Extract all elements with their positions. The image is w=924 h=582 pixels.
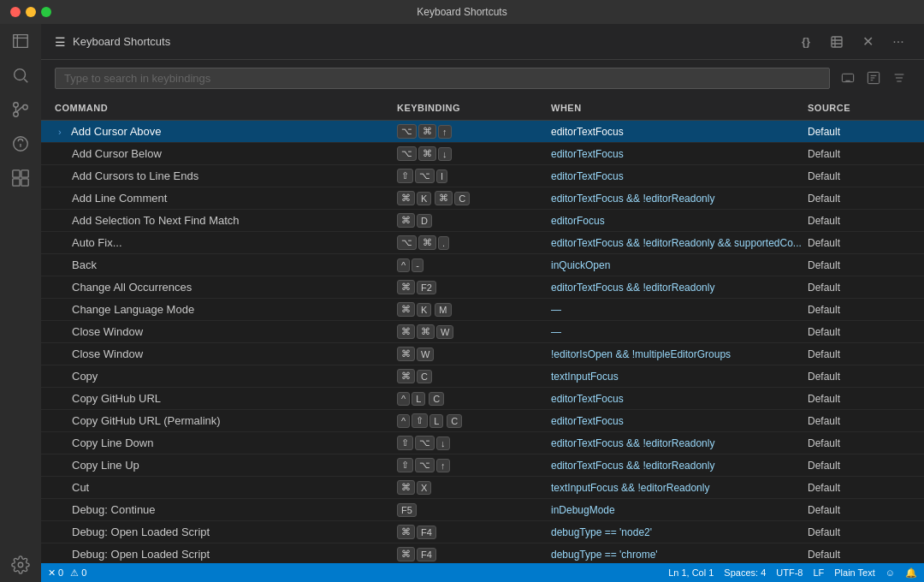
source-cell: Default — [808, 437, 910, 449]
language-mode[interactable]: Plain Text — [834, 567, 875, 578]
command-text: Add Cursor Below — [72, 147, 162, 160]
when-cell: editorTextFocus — [551, 393, 808, 405]
table-row[interactable]: Change Language Mode⌘K M—Default — [41, 299, 924, 321]
extensions-activity-icon[interactable] — [10, 168, 31, 188]
command-text: Copy Line Up — [72, 459, 139, 472]
table-row[interactable]: Auto Fix...⌥⌘.editorTextFocus && !editor… — [41, 232, 924, 254]
keybinding-cell: ^⇧L C — [397, 413, 551, 428]
source-cell: Default — [808, 126, 910, 138]
search-right-icons — [837, 67, 910, 89]
when-cell: editorTextFocus && !editorReadonly — [551, 193, 808, 205]
source-cell: Default — [808, 282, 910, 294]
command-text: Copy GitHub URL — [72, 392, 161, 405]
debug-activity-icon[interactable] — [10, 134, 31, 154]
table-row[interactable]: Copy Line Up⇧⌥↑editorTextFocus && !edito… — [41, 454, 924, 477]
table-row[interactable]: Change All Occurrences⌘F2editorTextFocus… — [41, 276, 924, 299]
main-content: ☰ Keyboard Shortcuts {} ✕ ··· — [41, 24, 924, 582]
error-status[interactable]: ✕ 0 — [48, 567, 63, 579]
table-row[interactable]: Back^-inQuickOpenDefault — [41, 254, 924, 276]
keybinding-cell: ⌘F4 — [397, 525, 551, 539]
titlebar: Keyboard Shortcuts — [0, 0, 924, 24]
source-cell: Default — [808, 259, 910, 271]
source-control-activity-icon[interactable] — [10, 99, 31, 120]
encoding[interactable]: UTF-8 — [776, 567, 803, 578]
settings-activity-icon[interactable] — [10, 555, 31, 575]
table-row[interactable]: Copy GitHub URL (Permalink)^⇧L CeditorTe… — [41, 410, 924, 432]
when-cell: debugType == 'node2' — [551, 526, 808, 538]
search-input-wrapper — [55, 68, 830, 89]
when-cell: editorTextFocus && !editorReadonly — [551, 282, 808, 294]
more-actions-button[interactable]: ··· — [886, 30, 910, 54]
keybinding-cell: ⌘K ⌘C — [397, 191, 551, 205]
smiley-icon[interactable]: ☺ — [886, 567, 895, 578]
svg-point-2 — [14, 112, 19, 117]
warning-status[interactable]: ⚠ 0 — [70, 567, 86, 579]
status-bar: ✕ 0 ⚠ 0 Ln 1, Col 1 Spaces: 4 UTF-8 LF P… — [41, 563, 924, 582]
table-row[interactable]: Add Cursor Below⌥⌘↓editorTextFocusDefaul… — [41, 143, 924, 165]
command-text: Add Line Comment — [72, 192, 167, 205]
table-row[interactable]: Close Window⌘⌘W—Default — [41, 321, 924, 343]
keybinding-cell: ^- — [397, 258, 551, 272]
table-row[interactable]: Add Selection To Next Find Match⌘Deditor… — [41, 210, 924, 232]
source-cell: Default — [808, 549, 910, 561]
command-text: Auto Fix... — [72, 236, 122, 249]
svg-rect-8 — [21, 179, 28, 186]
source-cell: Default — [808, 348, 910, 360]
table-row[interactable]: Cut⌘XtextInputFocus && !editorReadonlyDe… — [41, 477, 924, 499]
keybindings-table[interactable]: Command Keybinding When Source ›Add Curs… — [41, 96, 924, 563]
table-row[interactable]: Debug: Open Loaded Script⌘F4debugType ==… — [41, 543, 924, 563]
close-panel-button[interactable]: ✕ — [856, 30, 880, 54]
keybinding-cell: ⇧⌥↓ — [397, 436, 551, 450]
explorer-activity-icon[interactable] — [10, 31, 31, 51]
panel-header: ☰ Keyboard Shortcuts {} ✕ ··· — [41, 24, 924, 60]
window-controls[interactable] — [10, 7, 51, 17]
command-text: Debug: Continue — [72, 503, 156, 516]
when-cell: inDebugMode — [551, 504, 808, 516]
when-cell: textInputFocus && !editorReadonly — [551, 482, 808, 494]
close-button[interactable] — [10, 7, 21, 17]
when-cell: !editorIsOpen && !multipleEditorGroups — [551, 348, 808, 360]
command-header: Command — [55, 99, 397, 116]
minimize-button[interactable] — [26, 7, 36, 17]
table-row[interactable]: Copy GitHub URL^L CeditorTextFocusDefaul… — [41, 388, 924, 410]
svg-rect-6 — [21, 170, 28, 177]
table-row[interactable]: Copy Line Down⇧⌥↓editorTextFocus && !edi… — [41, 432, 924, 454]
notifications-icon[interactable]: 🔔 — [905, 567, 917, 579]
when-cell: editorTextFocus — [551, 148, 808, 160]
spaces[interactable]: Spaces: 4 — [724, 567, 766, 578]
keybinding-cell: F5 — [397, 503, 551, 517]
maximize-button[interactable] — [41, 7, 51, 17]
filter-icon-btn[interactable] — [888, 67, 910, 89]
search-input[interactable] — [55, 68, 830, 89]
table-row[interactable]: Add Line Comment⌘K ⌘CeditorTextFocus && … — [41, 187, 924, 210]
source-cell: Default — [808, 460, 910, 472]
search-activity-icon[interactable] — [10, 65, 31, 86]
keyboard-icon-btn[interactable] — [837, 67, 859, 89]
command-text: Copy — [72, 370, 98, 383]
source-header: Source — [808, 99, 910, 116]
activity-bar — [0, 24, 41, 582]
source-cell: Default — [808, 482, 910, 494]
when-cell: editorTextFocus — [551, 415, 808, 427]
command-text: Close Window — [72, 347, 143, 360]
line-ending[interactable]: LF — [813, 567, 824, 578]
table-row[interactable]: Add Cursors to Line Ends⇧⌥IeditorTextFoc… — [41, 165, 924, 187]
cursor-position[interactable]: Ln 1, Col 1 — [668, 567, 714, 578]
table-row[interactable]: Debug: ContinueF5inDebugModeDefault — [41, 499, 924, 521]
keybinding-header: Keybinding — [397, 99, 551, 116]
sort-by-key-button[interactable] — [825, 30, 849, 54]
table-row[interactable]: Close Window⌘W!editorIsOpen && !multiple… — [41, 343, 924, 365]
table-row[interactable]: Copy⌘CtextInputFocusDefault — [41, 365, 924, 388]
keybinding-cell: ⇧⌥I — [397, 169, 551, 183]
table-body: ›Add Cursor Above⌥⌘↑editorTextFocusDefau… — [41, 121, 924, 563]
svg-rect-10 — [832, 37, 842, 47]
source-cell: Default — [808, 415, 910, 427]
table-row[interactable]: ›Add Cursor Above⌥⌘↑editorTextFocusDefau… — [41, 121, 924, 143]
sort-icon-btn[interactable] — [862, 67, 885, 89]
when-cell: editorTextFocus — [551, 126, 808, 138]
when-header: When — [551, 99, 808, 116]
open-keybindings-json-button[interactable]: {} — [794, 30, 818, 54]
status-right: Ln 1, Col 1 Spaces: 4 UTF-8 LF Plain Tex… — [668, 567, 917, 579]
table-row[interactable]: Debug: Open Loaded Script⌘F4debugType ==… — [41, 521, 924, 543]
when-cell: textInputFocus — [551, 371, 808, 383]
